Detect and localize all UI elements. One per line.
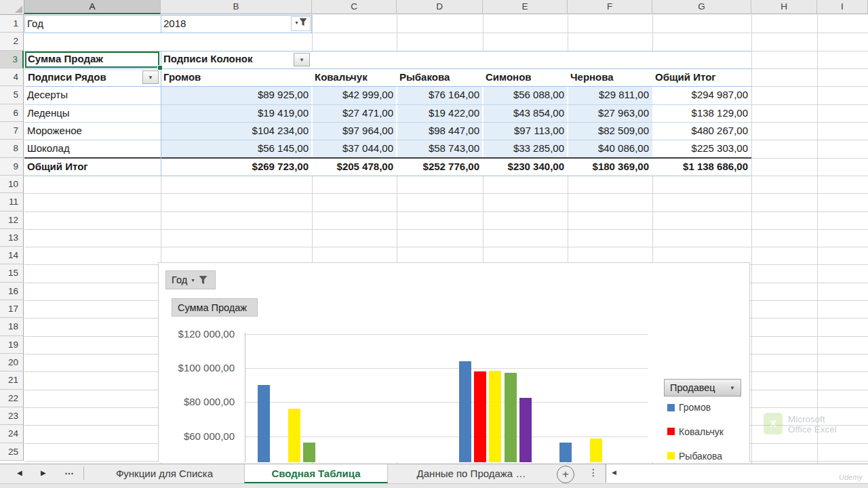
row-header-11[interactable]: 11 (0, 193, 24, 211)
pivot-value-cell[interactable]: $27 963,00 (568, 104, 649, 122)
cell-a1-filter-field[interactable]: Год (27, 15, 156, 33)
row-header-4[interactable]: 4 (0, 68, 24, 86)
pivot-value-cell[interactable]: $294 987,00 (652, 86, 748, 104)
tab-more-button[interactable]: ⋮ (589, 467, 598, 478)
pivot-value-cell[interactable]: $225 303,00 (652, 140, 748, 157)
chart-value-field-button[interactable]: Сумма Продаж (172, 298, 258, 317)
row-header-14[interactable]: 14 (0, 247, 24, 264)
column-header-b[interactable]: B (161, 0, 312, 14)
pivot-value-cell[interactable]: $29 811,00 (568, 86, 649, 104)
row-header-12[interactable]: 12 (0, 211, 24, 229)
pivot-row-label[interactable]: Десерты (27, 86, 136, 104)
row-labels-dropdown-button[interactable]: ▼ (142, 70, 159, 84)
row-header-18[interactable]: 18 (0, 318, 24, 336)
pivot-value-cell[interactable]: $89 925,00 (161, 86, 309, 104)
pivot-value-cell[interactable]: $56 145,00 (161, 140, 309, 157)
column-header-f[interactable]: F (568, 0, 652, 14)
horizontal-scrollbar[interactable]: ◀ (606, 464, 868, 483)
pivot-value-cell[interactable]: $82 509,00 (568, 122, 649, 140)
row-header-23[interactable]: 23 (0, 407, 24, 425)
pivot-row-label[interactable]: Шоколад (27, 140, 136, 157)
column-header-e[interactable]: E (483, 0, 568, 14)
pivot-row-label[interactable]: Леденцы (27, 104, 136, 122)
bar-симонов-мороженое[interactable] (505, 373, 517, 462)
row-header-7[interactable]: 7 (0, 122, 24, 140)
cell-a4-row-labels[interactable]: Подписи Рядов (28, 68, 140, 86)
pivot-value-cell[interactable]: $33 285,00 (483, 140, 564, 157)
scroll-left-arrow-icon[interactable]: ◀ (612, 469, 616, 476)
pivot-value-cell[interactable]: $138 129,00 (652, 104, 748, 122)
pivot-value-cell[interactable]: $180 369,00 (568, 158, 649, 176)
pivot-value-cell[interactable]: $97 113,00 (483, 122, 564, 140)
pivot-value-cell[interactable]: $56 088,00 (483, 86, 564, 104)
row-header-25[interactable]: 25 (0, 443, 24, 461)
pivot-column-header[interactable]: Чернова (570, 68, 650, 86)
row-header-9[interactable]: 9 (0, 158, 24, 176)
chart-filter-field-button[interactable]: Год ▼ (165, 270, 216, 289)
pivot-value-cell[interactable]: $480 267,00 (652, 122, 748, 140)
bar-симонов-десерты[interactable] (303, 443, 315, 462)
row-header-5[interactable]: 5 (0, 86, 24, 104)
tab-3[interactable]: Данные по Продажа … (388, 464, 555, 483)
pivot-value-cell[interactable]: $19 422,00 (397, 104, 479, 122)
pivot-value-cell[interactable]: $42 999,00 (312, 86, 393, 104)
column-header-i[interactable]: I (817, 0, 868, 14)
row-header-3[interactable]: 3 (0, 51, 24, 68)
column-header-h[interactable]: H (751, 0, 817, 14)
row-header-17[interactable]: 17 (0, 300, 24, 318)
column-header-c[interactable]: C (312, 0, 397, 14)
row-header-2[interactable]: 2 (0, 33, 24, 50)
pivot-value-cell[interactable]: $97 964,00 (312, 122, 393, 140)
bar-ковальчук-мороженое[interactable] (474, 371, 486, 462)
column-header-a[interactable]: A (24, 0, 161, 14)
pivot-value-cell[interactable]: $230 340,00 (483, 158, 564, 176)
pivot-column-header[interactable]: Рыбакова (399, 68, 480, 86)
tab-1[interactable]: Функции для Списка (85, 464, 244, 483)
row-header-20[interactable]: 20 (0, 354, 24, 371)
bar-рыбакова-десерты[interactable] (288, 409, 300, 462)
bar-рыбакова-шоколад[interactable] (590, 439, 602, 462)
row-header-6[interactable]: 6 (0, 104, 24, 122)
legend-item-ковальчук[interactable]: Ковальчук (667, 426, 724, 437)
pivot-row-label[interactable]: Мороженое (27, 122, 136, 140)
legend-item-громов[interactable]: Громов (667, 402, 711, 413)
row-header-10[interactable]: 10 (0, 176, 24, 193)
pivot-column-header[interactable]: Симонов (486, 68, 565, 86)
pivot-value-cell[interactable]: $205 478,00 (312, 158, 393, 176)
sheet-tab-overflow-button[interactable]: … (64, 466, 75, 476)
active-cell-fill-handle[interactable] (157, 65, 163, 70)
select-all-corner[interactable] (0, 0, 24, 15)
row-header-24[interactable]: 24 (0, 425, 24, 443)
pivot-value-cell[interactable]: $27 471,00 (312, 104, 393, 122)
row-header-8[interactable]: 8 (0, 140, 24, 157)
add-sheet-button[interactable]: + (557, 466, 574, 483)
pivot-column-header[interactable]: Громов (163, 68, 309, 86)
column-header-g[interactable]: G (652, 0, 751, 14)
column-header-d[interactable]: D (397, 0, 483, 14)
pivot-value-cell[interactable]: $19 419,00 (161, 104, 309, 122)
chart-legend-field-button[interactable]: Продавец ▼ (664, 379, 741, 396)
sheet-nav-back-icon[interactable]: ◀ (17, 469, 22, 476)
row-header-16[interactable]: 16 (0, 283, 24, 300)
sheet-nav-forward-icon[interactable]: ▶ (41, 469, 46, 476)
pivot-value-cell[interactable]: $37 044,00 (312, 140, 393, 157)
row-header-21[interactable]: 21 (0, 371, 24, 389)
row-header-13[interactable]: 13 (0, 229, 24, 247)
row-header-15[interactable]: 15 (0, 264, 24, 282)
row-header-1[interactable]: 1 (0, 15, 24, 33)
pivot-value-cell[interactable]: $104 234,00 (161, 122, 309, 140)
pivot-value-cell[interactable]: $43 854,00 (483, 104, 564, 122)
pivot-row-label[interactable]: Общий Итог (27, 158, 136, 176)
bar-громов-десерты[interactable] (258, 385, 270, 462)
bar-рыбакова-мороженое[interactable] (489, 371, 501, 462)
bar-громов-мороженое[interactable] (459, 361, 471, 462)
bar-чернова-мороженое[interactable] (519, 398, 532, 462)
pivot-column-header[interactable]: Общий Итог (655, 68, 749, 86)
column-labels-dropdown-button[interactable]: ▼ (294, 53, 310, 66)
pivot-column-header[interactable]: Ковальчук (315, 68, 394, 86)
pivot-chart[interactable]: Год ▼ Сумма Продаж $120 000,00$100 000,0… (158, 262, 750, 462)
pivot-value-cell[interactable]: $269 723,00 (161, 158, 309, 176)
tab-2[interactable]: Сводная Таблица (244, 464, 388, 483)
pivot-value-cell[interactable]: $40 086,00 (568, 140, 649, 157)
pivot-value-cell[interactable]: $76 164,00 (397, 86, 479, 104)
